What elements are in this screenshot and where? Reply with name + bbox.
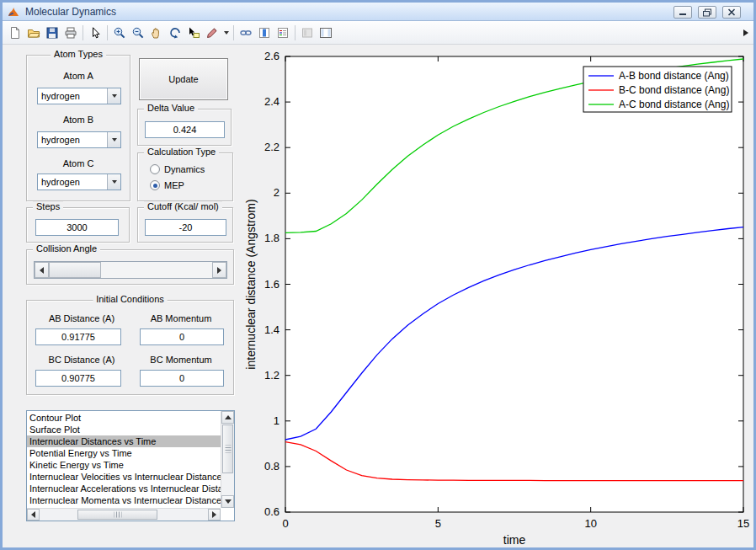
- colorbar-icon: [258, 26, 271, 40]
- radio-dynamics-label: Dynamics: [164, 164, 205, 174]
- bc-distance-input[interactable]: [35, 370, 121, 387]
- steps-input[interactable]: [35, 219, 119, 236]
- delta-value-input[interactable]: [145, 121, 225, 138]
- scroll-down-arrow[interactable]: [221, 495, 234, 508]
- svg-text:0.6: 0.6: [264, 505, 280, 518]
- panel-title: Steps: [33, 201, 63, 211]
- atom-b-dropdown[interactable]: hydrogen: [37, 131, 121, 148]
- atom-c-dropdown[interactable]: hydrogen: [37, 174, 121, 190]
- scroll-right-arrow[interactable]: [208, 509, 221, 521]
- hand-icon: [150, 26, 163, 40]
- atom-types-panel: Atom Types Atom A hydrogen Atom B hydrog…: [26, 55, 130, 201]
- svg-text:2.6: 2.6: [264, 50, 280, 62]
- svg-text:1.4: 1.4: [264, 323, 280, 336]
- bc-momentum-label: BC Momentum: [136, 355, 226, 365]
- save-figure-button[interactable]: [43, 24, 61, 42]
- list-item[interactable]: Potential Energy vs Time: [27, 447, 221, 459]
- insert-colorbar-button[interactable]: [255, 24, 274, 42]
- plot-type-listbox[interactable]: Contour PlotSurface PlotInternuclear Dis…: [26, 410, 235, 521]
- hide-plot-tools-button[interactable]: [298, 24, 317, 42]
- delta-value-panel: Delta Value: [137, 109, 232, 146]
- figure-toolbar: [3, 21, 753, 45]
- brush-dropdown-caret[interactable]: [221, 24, 231, 42]
- radio-mep-label: MEP: [164, 180, 184, 190]
- bc-momentum-input[interactable]: [140, 370, 224, 387]
- data-cursor-icon: [187, 26, 200, 40]
- horizontal-scrollbar[interactable]: [27, 508, 221, 521]
- cutoff-input[interactable]: [145, 219, 226, 236]
- line-chart: 0510150.60.811.21.41.61.822.22.42.6timei…: [245, 45, 755, 550]
- slider-right-arrow[interactable]: [212, 262, 226, 278]
- link-plot-button[interactable]: [237, 24, 255, 42]
- panel-title: Delta Value: [144, 103, 198, 113]
- data-cursor-button[interactable]: [184, 24, 203, 42]
- minimize-icon: [678, 8, 688, 16]
- collision-angle-slider[interactable]: [34, 261, 227, 279]
- radio-dynamics[interactable]: Dynamics: [150, 164, 205, 174]
- insert-legend-button[interactable]: [274, 24, 292, 42]
- list-item[interactable]: Internuclear Velocities vs Internuclear …: [27, 471, 221, 483]
- toolbar-overflow-icon[interactable]: [743, 29, 748, 36]
- vertical-scroll-thumb[interactable]: [222, 425, 233, 473]
- restore-button[interactable]: [698, 6, 716, 19]
- ab-momentum-label: AB Momentum: [136, 313, 226, 323]
- list-item[interactable]: Internuclear Momenta vs Internuclear Dis…: [27, 494, 221, 506]
- zoom-out-icon: [131, 26, 145, 40]
- show-plot-tools-button[interactable]: [317, 24, 335, 42]
- edit-plot-button[interactable]: [86, 24, 104, 42]
- ab-distance-input[interactable]: [35, 328, 121, 345]
- open-folder-icon: [27, 26, 40, 40]
- ab-momentum-input[interactable]: [140, 328, 224, 345]
- chevron-down-icon[interactable]: [107, 88, 120, 104]
- close-button[interactable]: [722, 6, 741, 19]
- chevron-down-icon[interactable]: [107, 132, 120, 147]
- radio-mep[interactable]: MEP: [150, 180, 184, 190]
- show-plot-tools-icon: [319, 26, 333, 40]
- list-item[interactable]: Internuclear Accelerations vs Internucle…: [27, 483, 221, 494]
- slider-thumb[interactable]: [49, 262, 101, 278]
- scroll-up-arrow[interactable]: [221, 411, 234, 424]
- pan-button[interactable]: [147, 24, 166, 42]
- vertical-scrollbar[interactable]: [221, 411, 234, 508]
- svg-text:0: 0: [282, 517, 288, 530]
- open-file-button[interactable]: [24, 24, 43, 42]
- list-item[interactable]: Kinetic Energy vs Time: [27, 459, 221, 471]
- pointer-arrow-icon: [88, 26, 102, 40]
- minimize-button[interactable]: [673, 6, 692, 19]
- calculation-type-panel: Calculation Type Dynamics MEP: [137, 152, 233, 201]
- list-item[interactable]: Internuclear Distances vs Time: [27, 435, 221, 447]
- close-icon: [727, 8, 736, 16]
- toolbar-separator: [295, 25, 295, 40]
- svg-text:B-C bond distance (Ang): B-C bond distance (Ang): [619, 84, 729, 96]
- list-item[interactable]: Surface Plot: [27, 424, 221, 435]
- zoom-in-icon: [113, 26, 126, 40]
- panel-title: Initial Conditions: [93, 294, 168, 304]
- brush-button[interactable]: [203, 24, 221, 42]
- slider-left-arrow[interactable]: [35, 262, 49, 278]
- zoom-out-button[interactable]: [129, 24, 147, 42]
- atom-b-label: Atom B: [27, 115, 130, 125]
- chevron-down-icon[interactable]: [107, 174, 120, 190]
- rotate-icon: [168, 26, 182, 40]
- cutoff-panel: Cutoff (Kcal/ mol): [137, 207, 233, 243]
- initial-conditions-panel: Initial Conditions AB Distance (A) AB Mo…: [26, 300, 234, 395]
- zoom-in-button[interactable]: [110, 24, 129, 42]
- list-item[interactable]: Contour Plot: [27, 412, 221, 424]
- atom-a-dropdown[interactable]: hydrogen: [37, 88, 121, 104]
- scroll-left-arrow[interactable]: [27, 509, 40, 521]
- svg-text:2.4: 2.4: [264, 95, 280, 108]
- update-button[interactable]: Update: [139, 58, 228, 100]
- svg-text:internuclear distance (Angstro: internuclear distance (Angstrom): [245, 199, 258, 369]
- print-figure-button[interactable]: [61, 24, 80, 42]
- horizontal-scroll-thumb[interactable]: [77, 510, 157, 520]
- svg-text:2: 2: [274, 186, 280, 199]
- rotate-3d-button[interactable]: [166, 24, 184, 42]
- svg-text:time: time: [503, 533, 526, 547]
- new-figure-button[interactable]: [6, 24, 24, 42]
- svg-text:1.6: 1.6: [264, 278, 280, 291]
- toolbar-separator: [83, 25, 83, 40]
- svg-text:1.2: 1.2: [264, 369, 280, 382]
- legend-icon: [276, 26, 290, 40]
- title-bar[interactable]: Molecular Dynamics: [3, 3, 753, 21]
- svg-text:1: 1: [274, 414, 280, 427]
